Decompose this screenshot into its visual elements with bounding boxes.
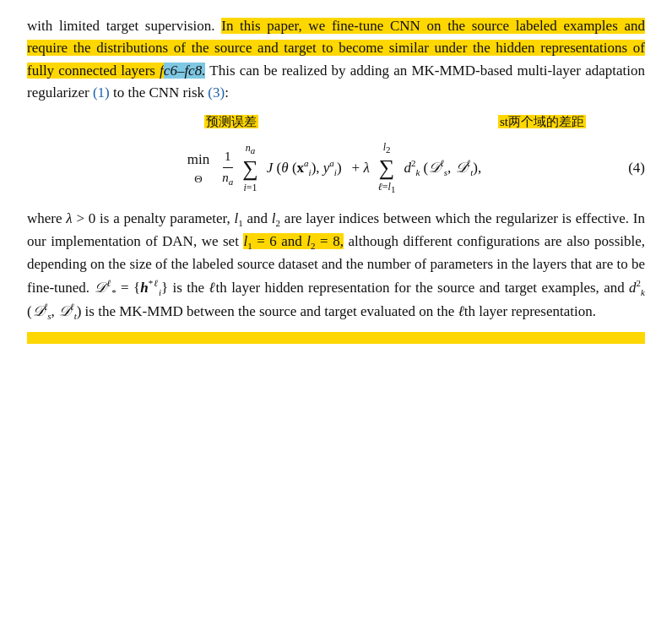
ref-3: (3) xyxy=(208,84,225,101)
d-k-notation: d xyxy=(629,279,637,295)
paragraph-2: where λ > 0 is a penalty parameter, l1 a… xyxy=(27,208,645,324)
annotation-yellow-left: 预测误差 xyxy=(204,115,258,128)
d-term: d2k (𝒟ℓs, 𝒟ℓt), xyxy=(404,156,481,180)
ref-1: (1) xyxy=(93,84,110,101)
bottom-highlight-bar xyxy=(27,332,645,344)
lambda-condition: λ xyxy=(66,210,72,226)
formula-annotations: 预测误差 st两个域的差距 xyxy=(27,112,645,132)
j-term: J (θ (xai), yai) xyxy=(267,156,342,180)
paragraph-1: with limited target supervision. In this… xyxy=(27,15,645,104)
formula-4: min Θ 1 na na ∑ i=1 J (θ (xai), yai) xyxy=(27,139,645,198)
annotation-yellow-right: st两个域的差距 xyxy=(498,115,586,128)
highlight-l1-l2-values: l1 = 6 and l2 = 8, xyxy=(243,233,344,249)
highlight-fc-blue: c6–fc8. xyxy=(164,63,206,79)
annotation-prediction-error: 预测误差 xyxy=(204,112,258,132)
fraction-1-na: 1 na xyxy=(220,147,235,188)
domain-notation: 𝒟 xyxy=(94,279,106,295)
annotation-domain-diff: st两个域的差距 xyxy=(498,112,586,132)
min-operator: min Θ xyxy=(187,149,209,188)
sum-2: l2 ∑ ℓ=l1 xyxy=(378,139,396,198)
sum-1: na ∑ i=1 xyxy=(242,140,258,196)
equation-number: (4) xyxy=(628,157,645,179)
plus-lambda: + λ xyxy=(352,157,370,179)
formula-content: min Θ 1 na na ∑ i=1 J (θ (xai), yai) xyxy=(187,139,485,198)
text-before-highlight: with limited target supervision. xyxy=(27,18,221,34)
main-content: with limited target supervision. In this… xyxy=(27,15,645,344)
